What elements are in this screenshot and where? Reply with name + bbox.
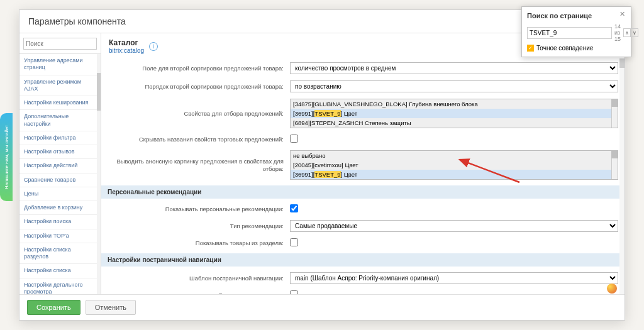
page-search-input[interactable] — [527, 27, 612, 39]
form-area: Поле для второй сортировки предложений т… — [101, 59, 625, 294]
label: Поле для второй сортировки предложений т… — [108, 65, 290, 72]
show-section-goods-checkbox[interactable] — [290, 238, 298, 246]
exact-match-checkbox[interactable]: ✓ — [527, 45, 534, 52]
sidebar-item[interactable]: Настройки отзывов — [19, 145, 101, 159]
main-panel: Каталог bitrix:catalog i Поле для второй… — [101, 33, 625, 294]
sidebar-item[interactable]: Настройки фильтра — [19, 131, 101, 145]
close-icon[interactable]: ✕ — [619, 11, 627, 18]
label: Тип рекомендации: — [108, 223, 290, 229]
search-count: 14 из 15 — [614, 23, 621, 42]
sidebar-item[interactable]: Управление режимом AJAX — [19, 75, 101, 97]
list-option[interactable]: [20045][cvetimxou] Цвет — [291, 160, 618, 170]
exact-match-label: Точное совпадение — [536, 45, 593, 52]
label: Выводить над списком: — [108, 292, 290, 294]
sidebar-item[interactable]: Цены — [19, 187, 101, 201]
sidebar-search-input[interactable] — [23, 38, 97, 50]
sidebar-item[interactable]: Добавление в корзину — [19, 201, 101, 215]
main-scrollbar[interactable] — [619, 58, 625, 294]
label: Выводить анонсную картинку предложения в… — [108, 158, 290, 172]
sidebar: Управление адресами страницУправление ре… — [19, 33, 101, 294]
show-above-list-checkbox[interactable] — [290, 290, 298, 294]
sidebar-item[interactable]: Настройки поиска — [19, 215, 101, 229]
sort2-order-select[interactable]: по возрастанию — [290, 80, 618, 92]
hide-prop-names-checkbox[interactable] — [290, 135, 298, 143]
list-option[interactable]: не выбрано — [291, 151, 618, 160]
sidebar-item[interactable]: Управление адресами страниц — [19, 54, 101, 75]
section-header: Настройки постраничной навигации — [101, 253, 625, 267]
component-id: bitrix:catalog — [109, 47, 144, 54]
modal-footer: Сохранить Отменить — [19, 294, 625, 320]
section-header: Персональные рекомендации — [101, 185, 625, 199]
sidebar-list[interactable]: Управление адресами страницУправление ре… — [19, 54, 101, 294]
sidebar-item[interactable]: Дополнительные настройки — [19, 110, 101, 131]
search-title: Поиск по странице — [527, 12, 626, 19]
cancel-button[interactable]: Отменить — [86, 300, 136, 315]
component-title: Каталог — [109, 38, 144, 47]
label: Порядок второй сортировки предложений то… — [108, 83, 290, 90]
label: Показывать персональные рекомендации: — [108, 206, 290, 212]
pagenav-template-select[interactable]: main (Шаблон Аспро: Priority-компания ор… — [290, 272, 618, 284]
search-prev-icon[interactable]: ∧ — [623, 28, 631, 37]
sort2-field-select[interactable]: количество просмотров в среднем — [290, 62, 618, 74]
label: Показывать товары из раздела: — [108, 239, 290, 246]
rec-type-select[interactable]: Самые продаваемые — [290, 220, 618, 232]
label: Скрывать названия свойств торговых предл… — [108, 136, 290, 143]
label: Шаблон постраничной навигации: — [108, 275, 290, 282]
info-icon[interactable]: i — [149, 42, 158, 51]
sidebar-item[interactable]: Настройки кеширования — [19, 96, 101, 110]
offer-filter-props[interactable]: [34875][GLUBINA_VNESHNEGO_BLOKA] Глубина… — [290, 99, 618, 128]
show-personal-rec-checkbox[interactable] — [290, 204, 298, 212]
sidebar-item[interactable]: Сравнение товаров — [19, 173, 101, 187]
list-option[interactable]: [36991][TSVET_9] Цвет — [291, 109, 618, 118]
sidebar-item[interactable]: Настройки списка — [19, 264, 101, 278]
sidebar-item[interactable]: Настройки TOP'а — [19, 229, 101, 243]
save-button[interactable]: Сохранить — [27, 300, 80, 315]
list-option[interactable]: [36991][TSVET_9] Цвет — [291, 170, 618, 179]
jivo-chat-tab[interactable]: Напишите нам, мы онлайн! — [0, 113, 13, 201]
sidebar-scrollbar-thumb[interactable] — [97, 73, 101, 111]
list-option[interactable]: [6894][STEPEN_ZASHCH Степень защиты — [291, 118, 618, 128]
search-next-icon[interactable]: ∨ — [631, 28, 638, 37]
label: Свойства для отбора предложений: — [108, 110, 290, 117]
sidebar-item[interactable]: Настройки детального просмотра — [19, 278, 101, 295]
list-option[interactable]: [34875][GLUBINA_VNESHNEGO_BLOKA] Глубина… — [291, 99, 618, 109]
sidebar-item[interactable]: Настройки списка разделов — [19, 243, 101, 265]
page-search-popup: ✕ Поиск по странице 14 из 15 ∧ ∨ ✓ Точно… — [521, 6, 631, 57]
offer-preview-img-props[interactable]: не выбрано[20045][cvetimxou] Цвет[36991]… — [290, 150, 618, 180]
help-orb-icon[interactable] — [607, 283, 617, 294]
sidebar-item[interactable]: Настройки действий — [19, 159, 101, 173]
